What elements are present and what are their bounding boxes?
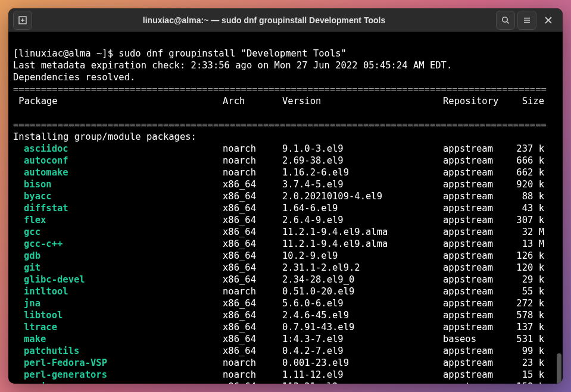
metadata-line: Last metadata expiration check: 2:33:56 … — [13, 60, 452, 71]
package-arch: x86_64 — [223, 262, 282, 274]
column-headers: PackageArchVersionRepositorySize — [13, 95, 558, 107]
package-arch: x86_64 — [223, 345, 282, 357]
package-repo: appstream — [443, 357, 508, 369]
col-package: Package — [13, 95, 223, 107]
col-size: Size — [508, 95, 544, 107]
package-arch: x86_64 — [223, 274, 282, 286]
package-repo: appstream — [443, 297, 508, 309]
package-arch: x86_64 — [223, 202, 282, 214]
package-version: 9.1.0-3.el9 — [282, 143, 443, 155]
close-button[interactable] — [539, 11, 558, 30]
menu-button[interactable] — [517, 11, 536, 30]
package-name: perl-generators — [24, 369, 107, 380]
package-row: diffstatx86_641.64-6.el9appstream43 k — [13, 202, 558, 214]
package-size: 920 k — [508, 178, 544, 190]
svg-point-3 — [503, 17, 507, 21]
package-size: 272 k — [508, 297, 544, 309]
package-arch: x86_64 — [223, 250, 282, 262]
window-title: linuxiac@alma:~ — sudo dnf groupinstall … — [33, 15, 495, 25]
package-version: 0.001-23.el9 — [282, 357, 443, 369]
shell-prompt: [linuxiac@alma ~]$ — [13, 48, 118, 59]
package-arch: noarch — [223, 167, 282, 178]
package-repo: appstream — [443, 381, 508, 384]
package-row: gitx86_642.31.1-2.el9.2appstream120 k — [13, 262, 558, 274]
package-size: 23 k — [508, 357, 544, 369]
package-version: 2.0.20210109-4.el9 — [282, 190, 443, 202]
col-arch: Arch — [223, 95, 282, 107]
package-version: 1.16.2-6.el9 — [282, 167, 443, 178]
terminal-body[interactable]: [linuxiac@alma ~]$ sudo dnf groupinstall… — [8, 32, 563, 384]
package-size: 126 k — [508, 250, 544, 262]
titlebar: linuxiac@alma:~ — sudo dnf groupinstall … — [8, 8, 563, 32]
package-row: ltracex86_640.7.91-43.el9appstream137 k — [13, 321, 558, 333]
package-name: gcc — [24, 227, 40, 237]
package-repo: baseos — [443, 333, 508, 345]
package-size: 88 k — [508, 190, 544, 202]
package-size: 662 k — [508, 167, 544, 178]
col-version: Version — [282, 95, 443, 107]
search-button[interactable] — [496, 11, 515, 30]
package-version: 0.51.0-20.el9 — [282, 286, 443, 297]
package-version: 5.6.0-6.el9 — [282, 297, 443, 309]
command-text: sudo dnf groupinstall "Development Tools… — [118, 48, 347, 59]
divider-top: ========================================… — [13, 84, 547, 95]
package-version: 2.31.1-2.el9.2 — [282, 262, 443, 274]
package-repo: appstream — [443, 167, 508, 178]
package-arch: x86_64 — [223, 238, 282, 250]
package-name: bison — [24, 179, 52, 190]
package-row: intltoolnoarch0.51.0-20.el9appstream55 k — [13, 286, 558, 297]
package-size: 15 k — [508, 369, 544, 381]
package-repo: appstream — [443, 286, 508, 297]
package-version: 1.11-12.el9 — [282, 369, 443, 381]
package-version: 1.64-6.el9 — [282, 202, 443, 214]
group-line: Installing group/module packages: — [13, 131, 196, 142]
package-row: pesignx86_64113-21.el9appstream159 k — [13, 381, 558, 384]
package-arch: noarch — [223, 357, 282, 369]
package-arch: x86_64 — [223, 309, 282, 321]
package-repo: appstream — [443, 250, 508, 262]
package-name: byacc — [24, 191, 52, 202]
package-row: libtoolx86_642.4.6-45.el9appstream578 k — [13, 309, 558, 321]
package-row: autoconfnoarch2.69-38.el9appstream666 k — [13, 155, 558, 167]
package-size: 55 k — [508, 286, 544, 297]
package-repo: appstream — [443, 190, 508, 202]
package-size: 578 k — [508, 309, 544, 321]
package-row: automakenoarch1.16.2-6.el9appstream662 k — [13, 167, 558, 178]
package-name: asciidoc — [24, 143, 68, 154]
terminal-window: linuxiac@alma:~ — sudo dnf groupinstall … — [8, 8, 563, 384]
package-name: jna — [24, 298, 40, 309]
package-size: 237 k — [508, 143, 544, 155]
package-version: 2.69-38.el9 — [282, 155, 443, 167]
package-size: 159 k — [508, 381, 544, 384]
package-name: ltrace — [24, 322, 57, 333]
package-name: libtool — [24, 310, 63, 321]
package-size: 29 k — [508, 274, 544, 286]
package-arch: noarch — [223, 143, 282, 155]
package-row: gcc-c++x86_6411.2.1-9.4.el9.almaappstrea… — [13, 238, 558, 250]
package-repo: appstream — [443, 202, 508, 214]
package-version: 2.34-28.el9_0 — [282, 274, 443, 286]
package-repo: appstream — [443, 309, 508, 321]
package-repo: appstream — [443, 345, 508, 357]
deps-line: Dependencies resolved. — [13, 72, 135, 83]
package-name: patchutils — [24, 346, 79, 356]
package-arch: noarch — [223, 155, 282, 167]
package-arch: x86_64 — [223, 178, 282, 190]
new-tab-button[interactable] — [13, 11, 32, 30]
package-version: 10.2-9.el9 — [282, 250, 443, 262]
package-version: 2.4.6-45.el9 — [282, 309, 443, 321]
package-repo: appstream — [443, 321, 508, 333]
package-arch: x86_64 — [223, 333, 282, 345]
package-name: autoconf — [24, 155, 68, 166]
package-arch: x86_64 — [223, 381, 282, 384]
package-arch: x86_64 — [223, 190, 282, 202]
scrollbar-thumb[interactable] — [557, 353, 561, 384]
package-repo: appstream — [443, 214, 508, 226]
package-repo: appstream — [443, 274, 508, 286]
package-name: pesign — [24, 381, 57, 384]
package-repo: appstream — [443, 262, 508, 274]
package-size: 137 k — [508, 321, 544, 333]
package-row: bisonx86_643.7.4-5.el9appstream920 k — [13, 178, 558, 190]
package-size: 13 M — [508, 238, 544, 250]
package-row: byaccx86_642.0.20210109-4.el9appstream88… — [13, 190, 558, 202]
